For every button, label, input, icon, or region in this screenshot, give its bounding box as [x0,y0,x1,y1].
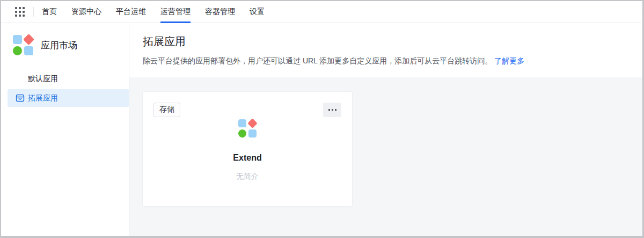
apps-grid-area: 存储 Extend 无简介 [129,77,642,236]
sidebar-title: 应用市场 [41,39,77,52]
main-header: 拓展应用 除云平台提供的应用部署包外，用户还可以通过 URL 添加更多自定义应用… [129,23,642,67]
sidebar-menu: 默认应用 拓展应用 [1,70,129,107]
extend-app-logo [238,119,257,138]
nav-item-settings[interactable]: 设置 [250,1,265,23]
ellipsis-icon [328,109,330,111]
sidebar: 应用市场 默认应用 拓展应用 [1,23,129,236]
app-card-header: 存储 [153,103,341,117]
sidebar-item-default-apps[interactable]: 默认应用 [8,70,129,88]
sidebar-item-label: 拓展应用 [28,93,58,103]
nav-item-platform-ops[interactable]: 平台运维 [116,1,146,23]
sidebar-item-label: 默认应用 [28,74,58,84]
apps-grid-icon[interactable] [15,7,25,17]
card-more-button[interactable] [323,103,341,117]
app-card-extend[interactable]: 存储 Extend 无简介 [142,91,353,207]
app-market-logo [13,35,33,55]
top-nav: 首页 资源中心 平台运维 运营管理 容器管理 设置 [1,1,642,23]
app-name: Extend [153,153,341,163]
page-title: 拓展应用 [143,34,630,49]
page-description-text: 除云平台提供的应用部署包外，用户还可以通过 URL 添加更多自定义应用，添加后可… [143,56,492,65]
app-category-tag: 存储 [153,103,180,117]
nav-item-operations-mgmt[interactable]: 运营管理 [160,1,191,23]
extension-bag-icon [16,93,25,103]
learn-more-link[interactable]: 了解更多 [494,56,524,65]
nav-item-home[interactable]: 首页 [42,1,57,23]
nav-divider [33,7,34,17]
sidebar-header: 应用市场 [1,23,129,55]
nav-item-resource-center[interactable]: 资源中心 [71,1,101,23]
app-window: 首页 资源中心 平台运维 运营管理 容器管理 设置 应用市场 默认应用 [0,0,644,238]
sidebar-item-extended-apps[interactable]: 拓展应用 [8,89,129,107]
nav-item-container-mgmt[interactable]: 容器管理 [205,1,235,23]
page-description: 除云平台提供的应用部署包外，用户还可以通过 URL 添加更多自定义应用，添加后可… [143,56,630,67]
app-description: 无简介 [153,172,341,182]
main-content: 拓展应用 除云平台提供的应用部署包外，用户还可以通过 URL 添加更多自定义应用… [129,23,642,236]
